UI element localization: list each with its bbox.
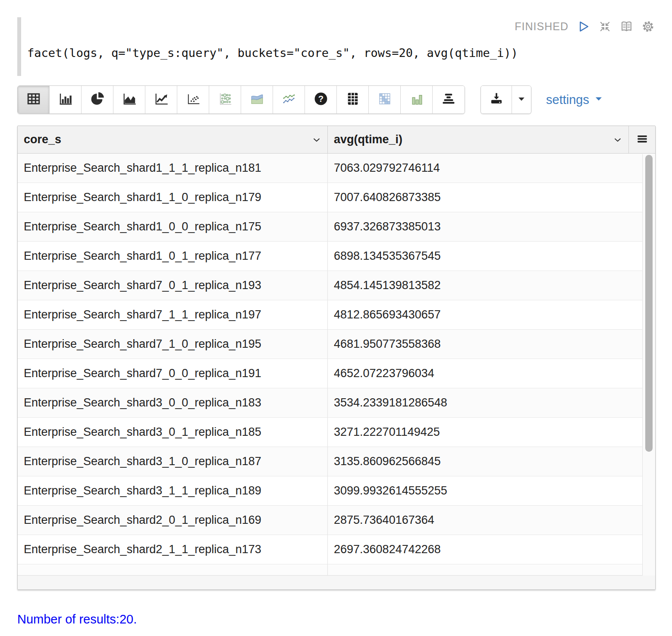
chevron-down-icon[interactable] <box>612 134 623 145</box>
table-header-row: core_s avg(qtime_i) <box>18 126 655 154</box>
table-row: Enterprise_Search_shard7_0_1_replica_n19… <box>18 271 642 300</box>
cell-avg-qtime: 4812.865693430657 <box>328 300 642 329</box>
heatmap-icon <box>377 91 393 108</box>
bar-chart-button[interactable] <box>50 86 82 113</box>
cell-avg-qtime: 7063.029792746114 <box>328 154 642 183</box>
cell-core-s: Enterprise_Search_shard1_1_1_replica_n18… <box>18 154 328 183</box>
run-paragraph-icon[interactable] <box>577 20 590 33</box>
bubble-chart-icon <box>217 91 233 108</box>
partial-row <box>18 564 642 575</box>
svg-text:?: ? <box>318 94 323 104</box>
pie-chart-icon <box>90 91 105 108</box>
cell-avg-qtime: 2875.73640167364 <box>328 506 642 535</box>
column-chart-icon <box>409 91 424 108</box>
column-header-core-s[interactable]: core_s <box>18 126 328 153</box>
table-menu-button[interactable] <box>629 126 655 153</box>
caret-down-icon <box>514 91 529 108</box>
cell-core-s: Enterprise_Search_shard3_1_0_replica_n18… <box>18 447 328 476</box>
cell-avg-qtime: 7007.640826873385 <box>328 183 642 212</box>
download-button-group <box>480 85 531 114</box>
results-count-text: Number of results:20. <box>17 612 672 627</box>
cell-core-s: Enterprise_Search_shard1_1_0_replica_n17… <box>18 183 328 212</box>
cell-core-s: Enterprise_Search_shard2_0_1_replica_n16… <box>18 506 328 535</box>
scatter-chart-icon <box>185 91 201 108</box>
column-chart-button[interactable] <box>401 86 433 113</box>
multi-line-chart-icon <box>281 91 297 108</box>
settings-label: settings <box>546 93 589 107</box>
cell-avg-qtime: 4652.07223796034 <box>328 359 642 388</box>
result-table: core_s avg(qtime_i) <box>17 126 656 590</box>
cell-core-s: Enterprise_Search_shard7_1_0_replica_n19… <box>18 330 328 359</box>
cell-core-s: Enterprise_Search_shard7_0_1_replica_n19… <box>18 271 328 300</box>
cell-avg-qtime: 4854.145139813582 <box>328 271 642 300</box>
table-row: Enterprise_Search_shard3_0_1_replica_n18… <box>18 418 642 447</box>
partial-cell <box>328 564 642 575</box>
paragraph-status: FINISHED <box>515 20 568 33</box>
table-row: Enterprise_Search_shard7_1_0_replica_n19… <box>18 330 642 359</box>
cell-core-s: Enterprise_Search_shard1_0_1_replica_n17… <box>18 242 328 271</box>
download-button[interactable] <box>481 86 512 113</box>
heatmap-button[interactable] <box>369 86 401 113</box>
multi-line-chart-button[interactable] <box>273 86 305 113</box>
code-editor[interactable]: facet(logs, q="type_s:query", buckets="c… <box>27 46 655 60</box>
table-row: Enterprise_Search_shard2_0_1_replica_n16… <box>18 506 642 535</box>
settings-caret-icon <box>593 93 604 107</box>
pie-chart-button[interactable] <box>82 86 113 113</box>
cell-avg-qtime: 3135.860962566845 <box>328 447 642 476</box>
table-row: Enterprise_Search_shard2_1_1_replica_n17… <box>18 535 642 564</box>
cell-avg-qtime: 6937.326873385013 <box>328 212 642 241</box>
download-options-caret-button[interactable] <box>512 86 531 113</box>
stacked-area-chart-button[interactable] <box>241 86 273 113</box>
vertical-scrollbar[interactable] <box>642 154 655 576</box>
cell-avg-qtime: 4681.950773558368 <box>328 330 642 359</box>
table-row: Enterprise_Search_shard3_1_1_replica_n18… <box>18 476 642 506</box>
line-chart-icon <box>154 91 169 108</box>
table-icon <box>26 91 41 108</box>
cell-avg-qtime: 3534.2339181286548 <box>328 388 642 417</box>
horizontal-scroll-area[interactable] <box>18 575 655 589</box>
grid-table-icon <box>345 91 361 108</box>
horizontal-bar-chart-button[interactable] <box>433 86 465 113</box>
column-label-avg-qtime: avg(qtime_i) <box>334 133 612 146</box>
hamburger-menu-icon <box>635 132 649 148</box>
area-chart-icon <box>122 91 137 108</box>
scatter-chart-button[interactable] <box>177 86 209 113</box>
cell-avg-qtime: 3271.222701149425 <box>328 418 642 447</box>
table-chart-button[interactable] <box>18 86 50 113</box>
stacked-area-chart-icon <box>249 91 265 108</box>
cell-core-s: Enterprise_Search_shard3_1_1_replica_n18… <box>18 476 328 505</box>
gear-icon[interactable] <box>641 20 655 33</box>
collapse-icon[interactable] <box>598 20 612 33</box>
table-row: Enterprise_Search_shard1_1_0_replica_n17… <box>18 183 642 212</box>
column-label-core-s: core_s <box>24 133 311 146</box>
chart-type-button-group: ? <box>17 85 465 114</box>
table-row: Enterprise_Search_shard7_1_1_replica_n19… <box>18 300 642 330</box>
horizontal-bar-chart-icon <box>441 91 456 108</box>
bubble-chart-button[interactable] <box>209 86 241 113</box>
table-row: Enterprise_Search_shard1_0_1_replica_n17… <box>18 242 642 271</box>
help-icon: ? <box>313 91 329 108</box>
table-row: Enterprise_Search_shard3_0_0_replica_n18… <box>18 388 642 418</box>
table-row: Enterprise_Search_shard1_1_1_replica_n18… <box>18 154 642 183</box>
visualization-toolbar: ? <box>17 85 655 114</box>
help-button[interactable]: ? <box>305 86 337 113</box>
notebook-paragraph: FINISHED <box>0 0 672 590</box>
scrollbar-thumb[interactable] <box>645 155 653 452</box>
table-body: Enterprise_Search_shard1_1_1_replica_n18… <box>18 154 642 564</box>
cell-core-s: Enterprise_Search_shard7_1_1_replica_n19… <box>18 300 328 329</box>
cell-core-s: Enterprise_Search_shard2_1_1_replica_n17… <box>18 535 328 564</box>
grid-table-button[interactable] <box>337 86 369 113</box>
settings-toggle[interactable]: settings <box>546 93 604 107</box>
area-chart-button[interactable] <box>113 86 145 113</box>
table-row: Enterprise_Search_shard7_0_0_replica_n19… <box>18 359 642 388</box>
table-row: Enterprise_Search_shard1_0_0_replica_n17… <box>18 212 642 242</box>
cell-core-s: Enterprise_Search_shard7_0_0_replica_n19… <box>18 359 328 388</box>
column-header-avg-qtime[interactable]: avg(qtime_i) <box>328 126 629 153</box>
chevron-down-icon[interactable] <box>311 134 322 145</box>
line-chart-button[interactable] <box>145 86 177 113</box>
cell-core-s: Enterprise_Search_shard3_0_0_replica_n18… <box>18 388 328 417</box>
table-row: Enterprise_Search_shard3_1_0_replica_n18… <box>18 447 642 476</box>
cell-core-s: Enterprise_Search_shard1_0_0_replica_n17… <box>18 212 328 241</box>
report-view-icon[interactable] <box>620 20 633 33</box>
cell-core-s: Enterprise_Search_shard3_0_1_replica_n18… <box>18 418 328 447</box>
